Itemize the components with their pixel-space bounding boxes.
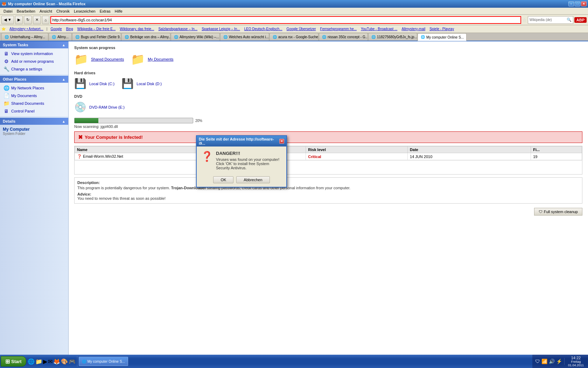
taskbar-ps-icon[interactable]: 🎨 bbox=[61, 358, 68, 365]
tab-favicon-9: 🌐 bbox=[421, 35, 425, 39]
tray-power-icon[interactable]: ⚡ bbox=[556, 359, 562, 364]
bookmark-2[interactable]: Bing bbox=[64, 27, 75, 31]
tab-3[interactable]: 🌐 Beiträge von dns – Allmy... bbox=[121, 33, 170, 41]
drive-d[interactable]: 💾 Local Disk (D:) bbox=[121, 78, 162, 89]
bookmark-6[interactable]: Sparkasse Leipzig – In... bbox=[200, 27, 242, 31]
scanning-text: Now scanning: jgpl400.dll bbox=[74, 124, 582, 129]
start-button[interactable]: ⊞ Start bbox=[1, 356, 26, 367]
tab-8[interactable]: 🌐 118275680yGrBJx_fs.jp... bbox=[368, 33, 417, 41]
popup-body: ❓ DANGER!!! Viruses was found on your co… bbox=[197, 146, 286, 174]
bookmark-12[interactable]: Spiele - Playray bbox=[428, 27, 456, 31]
tab-0[interactable]: 🌐 Unterhaltung – Allmy... bbox=[1, 33, 48, 41]
forward-button[interactable]: ▶ bbox=[15, 16, 23, 24]
sidebar-item-my-documents[interactable]: 📄 My Documents bbox=[3, 92, 65, 100]
threat-table: Name Risk level Date Fi... ❓ Email-Worm.… bbox=[75, 146, 582, 160]
desc-text: This program is potentially dangerous fo… bbox=[77, 186, 579, 190]
bookmark-5[interactable]: Salzlandsparkasse – In... bbox=[156, 27, 199, 31]
bookmark-3[interactable]: Wikipedia – Die freie E... bbox=[76, 27, 118, 31]
stop-button[interactable]: ✕ bbox=[33, 16, 41, 24]
minimize-button[interactable]: − bbox=[568, 1, 574, 6]
tab-favicon-7: 🌐 bbox=[322, 35, 326, 39]
tab-close-9[interactable]: ✕ bbox=[466, 35, 467, 39]
tab-6[interactable]: 🌐 acura rsx - Google-Suche bbox=[270, 33, 318, 41]
col-file: Fi... bbox=[531, 146, 582, 153]
popup-close-button[interactable]: ✕ bbox=[279, 139, 284, 144]
drive-c[interactable]: 💾 Local Disk (C:) bbox=[74, 78, 114, 89]
home-button[interactable]: ⌂ bbox=[42, 16, 49, 24]
sidebar-item-control-panel[interactable]: 🖥 Control Panel bbox=[3, 107, 65, 115]
reload-button[interactable]: ↻ bbox=[24, 16, 32, 24]
other-places-header[interactable]: Other Places ▲ bbox=[0, 76, 68, 83]
sidebar-item-add-remove[interactable]: ⚙ Add or remove programs bbox=[3, 57, 65, 65]
bookmark-11[interactable]: Allmystery-mail bbox=[400, 27, 427, 31]
details-header[interactable]: Details ▲ bbox=[0, 118, 68, 125]
tab-4[interactable]: 🌐 Allmystery Wiki (Wiki) –... bbox=[171, 33, 220, 41]
bookmark-4[interactable]: Wiktionary, das freie... bbox=[118, 27, 156, 31]
system-clock[interactable]: 14:22 Freitag 01.04.2011 bbox=[567, 356, 585, 367]
progress-bar-fill bbox=[75, 118, 98, 123]
taskbar-ff-icon[interactable]: 🦊 bbox=[53, 358, 60, 365]
bookmark-0[interactable]: Allmystery • Antwort... bbox=[8, 27, 45, 31]
cleanup-icon: 🛡 bbox=[539, 210, 542, 214]
sidebar-item-view-system[interactable]: 🖥 View system information bbox=[3, 50, 65, 57]
popup-ok-button[interactable]: OK bbox=[213, 176, 233, 183]
system-tasks-header[interactable]: System Tasks ▲ bbox=[0, 41, 68, 48]
taskbar-program-0[interactable]: 🌐 My computer Online S... bbox=[79, 357, 128, 366]
bookmark-1[interactable]: Google bbox=[49, 27, 63, 31]
maximize-button[interactable]: □ bbox=[575, 1, 580, 6]
adblock-icon[interactable]: ABP bbox=[574, 17, 587, 23]
close-button[interactable]: ✕ bbox=[581, 1, 587, 6]
menubar: Datei Bearbeiten Ansicht Chronik Lesezei… bbox=[0, 8, 588, 15]
details-subtitle: System Folder bbox=[3, 132, 65, 136]
sidebar-item-network-places[interactable]: 🌐 My Network Places bbox=[3, 84, 65, 92]
bookmark-8[interactable]: Google Übersetzer bbox=[285, 27, 318, 31]
tab-2[interactable]: 🌐 Bugs und Fehler (Seite 9... bbox=[72, 33, 121, 41]
tab-5[interactable]: 🌐 Welches Auto wünscht i... bbox=[220, 33, 269, 41]
sidebar-item-change-settings[interactable]: 🔧 Change a settings bbox=[3, 65, 65, 73]
menu-bearbeiten[interactable]: Bearbeiten bbox=[15, 8, 37, 14]
tray-sound-icon[interactable]: 🔊 bbox=[549, 359, 555, 364]
dvd-row: 💿 DVD-RAM Drive (E:) bbox=[74, 101, 582, 113]
tray-antivirus-icon[interactable]: 🛡 bbox=[535, 359, 540, 364]
menu-extras[interactable]: Extras bbox=[98, 8, 113, 14]
full-system-cleanup-button[interactable]: 🛡 Full system cleanup bbox=[534, 208, 582, 216]
menu-hilfe[interactable]: Hilfe bbox=[113, 8, 125, 14]
dvd-drive[interactable]: 💿 DVD-RAM Drive (E:) bbox=[74, 101, 125, 113]
advice-text: You need to remove this threat as soon a… bbox=[77, 196, 579, 200]
shared-docs-folder[interactable]: 📁 Shared Documents bbox=[74, 53, 124, 66]
menu-ansicht[interactable]: Ansicht bbox=[37, 8, 54, 14]
tray-network-icon[interactable]: 📶 bbox=[541, 359, 547, 364]
popup-cancel-button[interactable]: Abbrechen bbox=[236, 176, 270, 183]
popup-dialog: Die Seite mit der Adresse http://softwar… bbox=[196, 135, 287, 188]
menu-lesezeichen[interactable]: Lesezeichen bbox=[72, 8, 98, 14]
address-bar[interactable] bbox=[50, 16, 521, 24]
taskbar-programs: 🌐 My computer Online S... bbox=[77, 357, 532, 366]
sidebar-item-shared-documents[interactable]: 📁 Shared Documents bbox=[3, 100, 65, 107]
window-title: My computer Online Scan - Mozilla Firefo… bbox=[8, 2, 568, 6]
search-box[interactable]: Wikipedia (de) 🔍 bbox=[528, 16, 573, 24]
taskbar-media-icon[interactable]: ▶ bbox=[43, 358, 47, 365]
view-system-icon: 🖥 bbox=[4, 51, 9, 56]
taskbar-program-label-0: My computer Online S... bbox=[88, 360, 125, 363]
menu-chronik[interactable]: Chronik bbox=[54, 8, 72, 14]
titlebar: 🦊 My computer Online Scan - Mozilla Fire… bbox=[0, 0, 588, 8]
menu-datei[interactable]: Datei bbox=[1, 8, 15, 14]
bookmark-10[interactable]: YouTube - Broadcast ... bbox=[359, 27, 399, 31]
tab-1[interactable]: 🌐 Allmy... bbox=[49, 33, 72, 41]
tab-7[interactable]: 🌐 nissan 350z concept - G... bbox=[319, 33, 368, 41]
tabs-bar: 🌐 Unterhaltung – Allmy... 🌐 Allmy... 🌐 B… bbox=[0, 33, 588, 41]
bookmark-9[interactable]: Fernsehprogramm he... bbox=[318, 27, 359, 31]
bookmarks-bar: ⭐ Allmystery • Antwort... | Google Bing … bbox=[0, 25, 588, 33]
taskbar-game-icon[interactable]: 🎮 bbox=[69, 358, 76, 365]
taskbar-mail-icon[interactable]: ✉ bbox=[48, 358, 52, 365]
my-docs-folder[interactable]: 📁 My Documents bbox=[131, 53, 173, 66]
bookmark-7[interactable]: LEO Deutsch-Englisch... bbox=[243, 27, 284, 31]
back-button[interactable]: ◀ ▼ bbox=[1, 16, 14, 24]
taskbar: ⊞ Start 🌐 📁 ▶ ✉ 🦊 🎨 🎮 🌐 My computer Onli… bbox=[0, 355, 588, 368]
my-docs-folder-icon: 📁 bbox=[131, 53, 145, 66]
other-places-chevron: ▲ bbox=[62, 77, 65, 81]
taskbar-ie-icon[interactable]: 🌐 bbox=[28, 358, 35, 365]
threat-info-icon: ❓ bbox=[77, 154, 82, 158]
tab-9[interactable]: 🌐 My computer Online S... ✕ bbox=[418, 33, 467, 41]
taskbar-folder-icon[interactable]: 📁 bbox=[35, 358, 42, 365]
